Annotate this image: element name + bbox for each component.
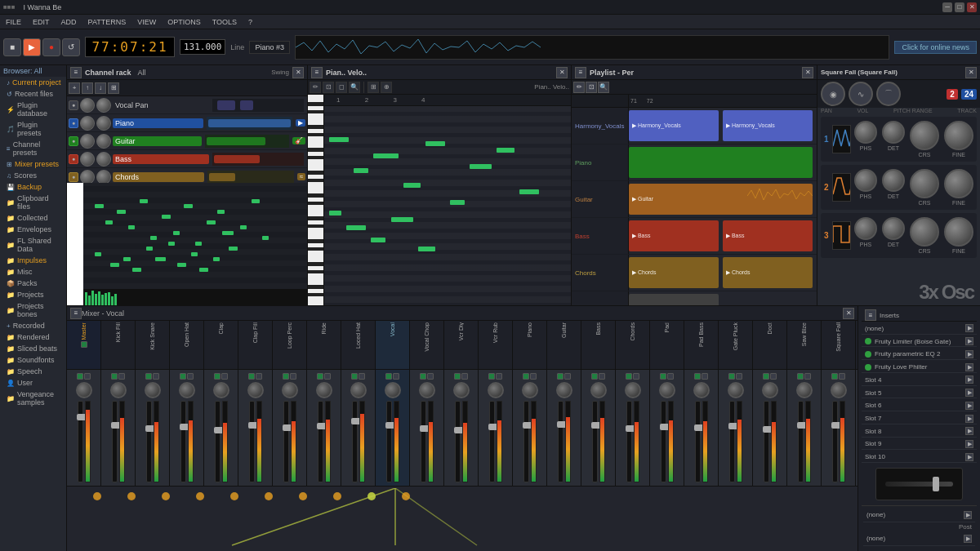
mixer-ch-10[interactable]: Vocal Chop [410,321,444,369]
fader-green-10[interactable] [420,373,426,380]
fader-yellow-20[interactable] [770,373,777,380]
fader-knob-12[interactable] [488,382,504,398]
insert-fruity-limiter[interactable]: Fruity Limiter (Boise Gate) ▶ [862,336,977,348]
fader-green-14[interactable] [557,373,564,380]
ch-chords-badge[interactable]: ≈ [297,173,305,180]
ch-vol-guitar[interactable] [80,134,95,149]
fader-track-3[interactable] [180,401,186,482]
mixer-ch-22[interactable]: Square Fall [822,321,856,369]
fader-track-19[interactable] [729,401,735,482]
fader-green-20[interactable] [763,373,769,380]
channel-selector[interactable]: Piano #3 [249,41,290,54]
ch-name-vocal-pan[interactable]: Vocal Pan [113,101,209,109]
ch-vol-bass[interactable] [80,152,95,167]
fader-green-4[interactable] [214,373,220,380]
master-fader-handle[interactable] [933,477,939,491]
fader-yellow-9[interactable] [393,373,399,380]
cr-down-btn[interactable]: ↓ [95,82,106,94]
mixer-ch-9[interactable]: Vocal [376,321,410,369]
news-button[interactable]: Click for online news [894,41,977,54]
mixer-ch-master[interactable]: Master [67,321,101,369]
fader-knob-8[interactable] [350,382,367,398]
ch-pan-guitar[interactable] [96,134,111,149]
ch-mute-vocal[interactable]: ● [69,100,78,110]
ch-pattern-piano[interactable] [207,117,292,130]
fader-knob-15[interactable] [590,382,607,398]
insert-none-arrow[interactable]: ▶ [965,324,973,332]
sidebar-item-scores[interactable]: ♫ Scores [0,170,66,181]
sidebar-item-channel-presets[interactable]: ≡ Channel presets [0,139,66,158]
fader-yellow-16[interactable] [633,373,639,380]
stop-button[interactable]: ■ [3,38,21,56]
fader-green-13[interactable] [523,373,529,380]
insert-slot8[interactable]: Slot 8 ▶ [862,426,977,438]
insert-slot8-arrow[interactable]: ▶ [965,427,973,435]
insert-slot9-arrow[interactable]: ▶ [965,440,973,448]
sidebar-item-mixer-presets[interactable]: ⊞ Mixer presets [0,158,66,170]
pl-pencil-btn[interactable]: ✏ [573,82,585,93]
inserts-menu-btn[interactable]: ≡ [865,309,876,321]
fader-knob-17[interactable] [659,382,675,398]
menu-file[interactable]: FILE [3,17,24,27]
fader-track-7[interactable] [318,401,323,482]
loop-button[interactable]: ↺ [62,38,80,56]
phase-knob-2[interactable] [854,169,877,192]
mixer-ch-16[interactable]: Chords [616,321,650,369]
fader-track-5[interactable] [249,401,255,482]
pr-snap-btn[interactable]: ⊕ [381,82,392,93]
menu-view[interactable]: VIEW [135,17,158,27]
fader-knob-7[interactable] [316,382,332,398]
pl-menu-btn[interactable]: ≡ [575,67,586,78]
insert-slot4-arrow[interactable]: ▶ [965,375,973,384]
fader-yellow-12[interactable] [496,373,502,380]
sidebar-item-recorded[interactable]: + Recorded [0,320,66,331]
mixer-menu-btn[interactable]: ≡ [70,308,82,319]
fine-knob-2[interactable] [944,169,973,198]
minimize-button[interactable]: ─ [942,2,952,12]
sidebar-item-plugin-database[interactable]: ⚡ Plugin database [0,100,66,119]
insert-slot6-arrow[interactable]: ▶ [965,402,973,410]
mixer-ch-4[interactable]: Clap [204,321,238,369]
close-button[interactable]: ✕ [967,2,977,12]
sidebar-item-envelopes[interactable]: 📁 Envelopes [0,224,66,235]
ch-pan-bass[interactable] [96,152,111,167]
sidebar-item-projects-bones[interactable]: 📁 Projects bones [0,300,66,320]
fader-green-18[interactable] [694,373,701,380]
ch-name-chords[interactable]: Chords [113,172,204,182]
fader-knob-1[interactable] [110,382,127,398]
sidebar-item-projects[interactable]: 📁 Projects [0,289,66,300]
fader-track-9[interactable] [386,401,392,482]
insert-slot6[interactable]: Slot 6 ▶ [862,400,977,411]
menu-help[interactable]: ? [246,17,255,27]
pl-close-btn[interactable]: ✕ [802,67,813,78]
pl-select-btn[interactable]: ⊡ [586,82,597,93]
menu-tools[interactable]: TOOLS [210,17,239,27]
send-none-1-arrow[interactable]: ▶ [964,511,972,519]
fine-knob-1[interactable] [944,121,973,150]
detune-knob-2[interactable] [882,169,905,192]
fader-knob-14[interactable] [556,382,572,398]
fader-track-13[interactable] [523,401,529,482]
fader-yellow-1[interactable] [118,373,125,380]
fader-green-3[interactable] [180,373,186,380]
channel-rack-close-btn[interactable]: ✕ [292,67,304,78]
coarse-knob-3[interactable] [910,217,939,247]
pr-eraser-btn[interactable]: ◻ [336,82,347,93]
ch-pan-vocal[interactable] [96,98,111,113]
sidebar-item-current-project[interactable]: ♪ Current project [0,77,66,88]
pr-quantize-btn[interactable]: ⊞ [368,82,379,93]
fader-knob-6[interactable] [282,382,298,398]
fader-yellow-21[interactable] [804,373,811,380]
fader-green-8[interactable] [351,373,358,380]
fader-green-0[interactable] [77,373,83,380]
pr-menu-btn[interactable]: ≡ [311,67,323,78]
pl-label-bass[interactable]: Bass [572,218,629,254]
synth-env-btn[interactable]: ⌒ [876,82,901,106]
mixer-ch-11[interactable]: Vcr Dly [444,321,479,369]
fader-knob-18[interactable] [693,382,710,398]
ch-pan-chords[interactable] [96,170,111,184]
insert-slot5[interactable]: Slot 5 ▶ [862,388,977,399]
insert-slot10[interactable]: Slot 10 ▶ [862,451,977,463]
fader-knob-4[interactable] [213,382,229,398]
insert-slot10-arrow[interactable]: ▶ [965,453,973,461]
